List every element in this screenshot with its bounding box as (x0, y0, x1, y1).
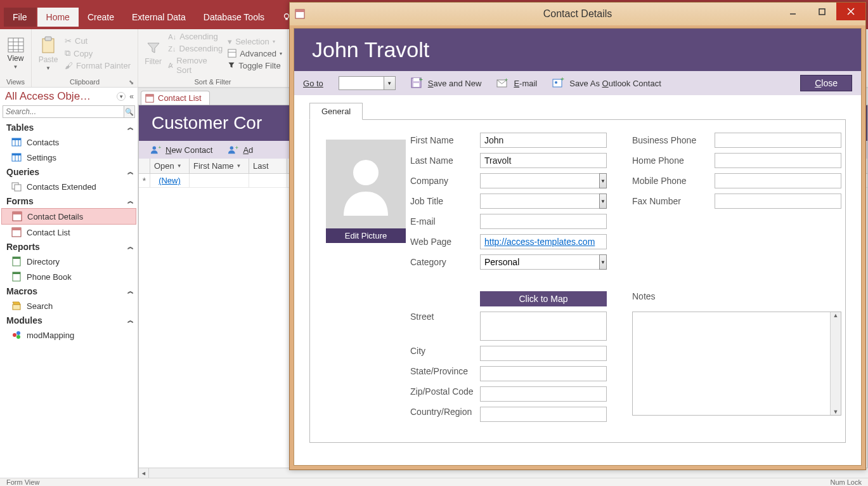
webpage-link[interactable]: http://access-templates.com (484, 237, 595, 247)
edit-picture-button[interactable]: Edit Picture (326, 228, 406, 243)
nav-collapse-icon[interactable]: « (128, 92, 135, 101)
doc-tab-contact-list[interactable]: Contact List (141, 91, 210, 105)
tab-file[interactable]: File (4, 8, 36, 27)
last-name-field[interactable] (480, 153, 607, 168)
svg-rect-29 (13, 272, 20, 274)
save-and-new-button[interactable]: + Save and New (411, 77, 482, 89)
state-field[interactable] (480, 366, 607, 381)
nav-item-phone-book[interactable]: Phone Book (0, 269, 138, 284)
scroll-up-icon[interactable]: ▲ (833, 312, 839, 319)
tab-database-tools[interactable]: Database Tools (195, 8, 273, 27)
nav-item-contact-list[interactable]: Contact List (0, 225, 138, 240)
chevron-down-icon[interactable]: ▼ (177, 163, 182, 169)
form-icon (145, 94, 154, 103)
first-name-field[interactable] (480, 133, 607, 148)
dialog-titlebar[interactable]: Contact Details (290, 3, 865, 25)
job-title-field[interactable] (480, 194, 599, 209)
cell[interactable] (249, 174, 287, 187)
home-phone-field[interactable] (715, 153, 841, 168)
cut-button[interactable]: ✂Cut (65, 36, 131, 46)
email-button[interactable]: + E-mail (496, 78, 537, 88)
nav-item-contacts[interactable]: Contacts (0, 135, 138, 150)
email-field[interactable] (480, 214, 607, 229)
nav-dropdown-icon[interactable]: ▼ (117, 92, 126, 101)
contact-avatar[interactable] (326, 140, 406, 228)
svg-rect-21 (15, 185, 21, 191)
new-record-indicator: * (139, 174, 150, 187)
filter-button[interactable]: Filter (141, 30, 165, 76)
tab-general[interactable]: General (309, 103, 363, 120)
category-field[interactable] (480, 254, 599, 270)
col-open[interactable]: Open▼ (150, 159, 190, 173)
city-field[interactable] (480, 346, 607, 361)
paste-button[interactable]: Paste ▼ (34, 30, 62, 76)
nav-search-input[interactable] (3, 105, 124, 118)
cell[interactable] (190, 174, 249, 187)
nav-title[interactable]: All Access Obje… (5, 90, 117, 103)
notes-scrollbar[interactable]: ▲▼ (830, 312, 841, 415)
tab-create[interactable]: Create (79, 8, 123, 27)
nav-category-macros[interactable]: Macros︽ (0, 284, 138, 298)
nav-item-contacts-extended[interactable]: Contacts Extended (0, 179, 138, 194)
selection-button[interactable]: ▾Selection▾ (228, 37, 282, 46)
view-button[interactable]: View ▼ (3, 30, 29, 76)
nav-item-modmapping[interactable]: modMapping (0, 327, 138, 343)
mobile-phone-field[interactable] (715, 173, 841, 188)
country-field[interactable] (480, 407, 607, 422)
zip-field[interactable] (480, 386, 607, 402)
goto-combo[interactable]: ▼ (339, 76, 396, 90)
row-selector-header[interactable] (139, 159, 150, 173)
ascending-button[interactable]: A↓Ascending (168, 32, 223, 41)
search-icon[interactable]: 🔍 (124, 105, 135, 118)
notes-field[interactable]: ▲▼ (632, 312, 841, 416)
tab-external-data[interactable]: External Data (123, 8, 195, 27)
business-phone-field[interactable] (715, 133, 841, 148)
toggle-filter-button[interactable]: Toggle Filte (228, 61, 282, 70)
category-combo[interactable]: ▼ (480, 254, 607, 270)
chevron-down-icon[interactable]: ▼ (599, 254, 607, 270)
scroll-down-icon[interactable]: ▼ (833, 409, 839, 415)
chevron-down-icon[interactable]: ▼ (599, 194, 607, 209)
close-button[interactable]: Close (800, 75, 852, 91)
nav-item-contact-details[interactable]: Contact Details (1, 208, 136, 225)
col-last-name[interactable]: Last (249, 159, 287, 173)
company-combo[interactable]: ▼ (480, 173, 607, 188)
save-as-outlook-button[interactable]: + Save As Outlook Contact (552, 77, 661, 89)
close-window-button[interactable] (836, 3, 865, 20)
chevron-down-icon[interactable]: ▼ (236, 163, 242, 169)
add-from-outlook-button[interactable]: + Ad (228, 145, 253, 155)
scroll-left-icon[interactable]: ◄ (139, 468, 149, 478)
nav-category-forms[interactable]: Forms︽ (0, 194, 138, 208)
new-link[interactable]: (New) (159, 176, 181, 185)
street-field[interactable] (480, 312, 607, 341)
format-painter-button[interactable]: 🖌Format Painter (65, 61, 131, 70)
company-field[interactable] (480, 173, 599, 188)
new-contact-button[interactable]: + New Contact (150, 145, 212, 155)
col-first-name[interactable]: First Name▼ (190, 159, 249, 173)
chevron-down-icon[interactable]: ▼ (599, 173, 607, 188)
copy-button[interactable]: ⧉Copy (65, 48, 131, 58)
status-bar: Form View Num Lock (0, 478, 868, 486)
group-clipboard: Clipboard⬊ (34, 77, 135, 87)
dialog-launcher-icon[interactable]: ⬊ (129, 79, 134, 86)
outlook-label: Save As Outlook Contact (569, 79, 661, 88)
click-to-map-button[interactable]: Click to Map (480, 291, 607, 306)
fax-field[interactable] (715, 194, 841, 209)
table-icon (11, 152, 22, 162)
tab-home[interactable]: Home (37, 8, 79, 27)
nav-category-tables[interactable]: Tables︽ (0, 121, 138, 135)
job-title-combo[interactable]: ▼ (480, 194, 607, 209)
webpage-field[interactable]: http://access-templates.com (480, 234, 607, 249)
nav-item-settings[interactable]: Settings (0, 150, 138, 165)
descending-button[interactable]: Z↓Descending (168, 44, 223, 53)
nav-item-directory[interactable]: Directory (0, 254, 138, 269)
chevron-down-icon[interactable]: ▼ (384, 77, 395, 89)
nav-category-reports[interactable]: Reports︽ (0, 240, 138, 254)
nav-category-queries[interactable]: Queries︽ (0, 165, 138, 179)
maximize-button[interactable] (807, 3, 836, 20)
nav-item-search[interactable]: Search (0, 298, 138, 313)
advanced-button[interactable]: Advanced▾ (228, 49, 282, 58)
remove-sort-button[interactable]: A̷Remove Sort (168, 56, 223, 75)
nav-category-modules[interactable]: Modules︽ (0, 313, 138, 327)
minimize-button[interactable] (778, 3, 807, 20)
